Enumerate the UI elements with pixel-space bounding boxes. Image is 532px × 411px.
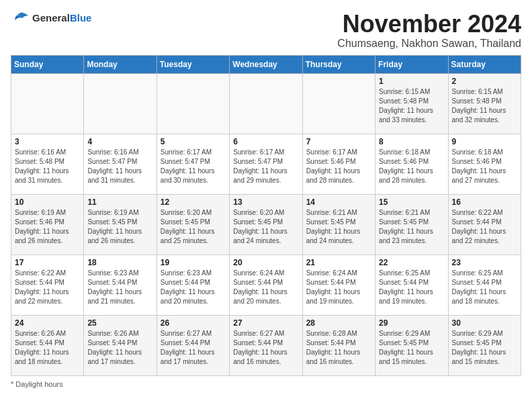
day-info: Sunrise: 6:18 AM Sunset: 5:46 PM Dayligh…: [452, 148, 517, 185]
day-info: Sunrise: 6:26 AM Sunset: 5:44 PM Dayligh…: [87, 329, 152, 367]
calendar-cell: 20Sunrise: 6:24 AM Sunset: 5:44 PM Dayli…: [230, 255, 302, 315]
day-info: Sunrise: 6:27 AM Sunset: 5:44 PM Dayligh…: [233, 329, 298, 367]
month-title: November 2024: [337, 11, 521, 38]
calendar-cell: 6Sunrise: 6:17 AM Sunset: 5:47 PM Daylig…: [230, 134, 302, 194]
day-info: Sunrise: 6:24 AM Sunset: 5:44 PM Dayligh…: [306, 269, 371, 306]
day-info: Sunrise: 6:20 AM Sunset: 5:45 PM Dayligh…: [161, 208, 226, 246]
calendar-cell: [11, 73, 84, 134]
calendar-week-row: 3Sunrise: 6:16 AM Sunset: 5:48 PM Daylig…: [11, 134, 521, 194]
daylight-hours-label: Daylight hours: [15, 380, 62, 388]
calendar-header-wednesday: Wednesday: [230, 55, 302, 73]
calendar-cell: 16Sunrise: 6:22 AM Sunset: 5:44 PM Dayli…: [448, 194, 521, 255]
day-number: 5: [161, 137, 226, 146]
calendar-cell: 21Sunrise: 6:24 AM Sunset: 5:44 PM Dayli…: [302, 255, 375, 315]
day-info: Sunrise: 6:15 AM Sunset: 5:48 PM Dayligh…: [379, 87, 444, 125]
day-number: 26: [161, 318, 226, 328]
calendar-cell: [230, 73, 302, 134]
day-number: 10: [15, 197, 80, 207]
day-number: 25: [87, 318, 152, 328]
day-info: Sunrise: 6:15 AM Sunset: 5:48 PM Dayligh…: [452, 87, 517, 125]
calendar-header-sunday: Sunday: [11, 55, 84, 73]
calendar-week-row: 17Sunrise: 6:22 AM Sunset: 5:44 PM Dayli…: [11, 255, 521, 315]
calendar-cell: [157, 73, 229, 134]
calendar-cell: 8Sunrise: 6:18 AM Sunset: 5:46 PM Daylig…: [375, 134, 448, 194]
calendar-cell: 24Sunrise: 6:26 AM Sunset: 5:44 PM Dayli…: [11, 315, 84, 375]
logo-text: GeneralBlue: [32, 12, 91, 24]
calendar-cell: 3Sunrise: 6:16 AM Sunset: 5:48 PM Daylig…: [11, 134, 84, 194]
day-number: 4: [87, 137, 152, 146]
calendar-week-row: 1Sunrise: 6:15 AM Sunset: 5:48 PM Daylig…: [11, 73, 521, 134]
calendar-cell: 25Sunrise: 6:26 AM Sunset: 5:44 PM Dayli…: [84, 315, 157, 375]
logo-blue: Blue: [70, 12, 92, 24]
day-info: Sunrise: 6:25 AM Sunset: 5:44 PM Dayligh…: [452, 269, 517, 306]
day-info: Sunrise: 6:23 AM Sunset: 5:44 PM Dayligh…: [161, 269, 226, 306]
calendar-cell: 19Sunrise: 6:23 AM Sunset: 5:44 PM Dayli…: [157, 255, 229, 315]
day-info: Sunrise: 6:20 AM Sunset: 5:45 PM Dayligh…: [233, 208, 298, 246]
calendar-cell: 9Sunrise: 6:18 AM Sunset: 5:46 PM Daylig…: [448, 134, 521, 194]
day-number: 20: [233, 258, 298, 267]
calendar-cell: 27Sunrise: 6:27 AM Sunset: 5:44 PM Dayli…: [230, 315, 302, 375]
location-title: Chumsaeng, Nakhon Sawan, Thailand: [337, 38, 521, 50]
day-info: Sunrise: 6:16 AM Sunset: 5:47 PM Dayligh…: [87, 148, 152, 185]
day-number: 24: [15, 318, 80, 328]
calendar-cell: 23Sunrise: 6:25 AM Sunset: 5:44 PM Dayli…: [448, 255, 521, 315]
calendar-cell: 29Sunrise: 6:29 AM Sunset: 5:45 PM Dayli…: [375, 315, 448, 375]
calendar-week-row: 10Sunrise: 6:19 AM Sunset: 5:46 PM Dayli…: [11, 194, 521, 255]
day-info: Sunrise: 6:28 AM Sunset: 5:44 PM Dayligh…: [306, 329, 371, 367]
day-number: 18: [87, 258, 152, 267]
day-number: 21: [306, 258, 371, 267]
day-number: 9: [452, 137, 517, 146]
day-number: 23: [452, 258, 517, 267]
calendar-cell: 7Sunrise: 6:17 AM Sunset: 5:46 PM Daylig…: [302, 134, 375, 194]
calendar-cell: 10Sunrise: 6:19 AM Sunset: 5:46 PM Dayli…: [11, 194, 84, 255]
day-info: Sunrise: 6:22 AM Sunset: 5:44 PM Dayligh…: [452, 208, 517, 246]
day-number: 14: [306, 197, 371, 207]
day-info: Sunrise: 6:29 AM Sunset: 5:45 PM Dayligh…: [379, 329, 444, 367]
calendar-cell: 13Sunrise: 6:20 AM Sunset: 5:45 PM Dayli…: [230, 194, 302, 255]
title-area: November 2024 Chumsaeng, Nakhon Sawan, T…: [337, 11, 521, 50]
logo-bird-icon: [11, 11, 30, 26]
calendar-cell: 5Sunrise: 6:17 AM Sunset: 5:47 PM Daylig…: [157, 134, 229, 194]
logo-general: General: [32, 12, 70, 24]
day-info: Sunrise: 6:21 AM Sunset: 5:45 PM Dayligh…: [379, 208, 444, 246]
page-header: GeneralBlue November 2024 Chumsaeng, Nak…: [11, 11, 521, 50]
calendar-cell: 18Sunrise: 6:23 AM Sunset: 5:44 PM Dayli…: [84, 255, 157, 315]
calendar-cell: 2Sunrise: 6:15 AM Sunset: 5:48 PM Daylig…: [448, 73, 521, 134]
day-number: 28: [306, 318, 371, 328]
calendar-cell: 30Sunrise: 6:29 AM Sunset: 5:45 PM Dayli…: [448, 315, 521, 375]
day-number: 12: [161, 197, 226, 207]
day-info: Sunrise: 6:16 AM Sunset: 5:48 PM Dayligh…: [15, 148, 80, 185]
calendar-header-thursday: Thursday: [302, 55, 375, 73]
calendar-cell: 17Sunrise: 6:22 AM Sunset: 5:44 PM Dayli…: [11, 255, 84, 315]
calendar-cell: 28Sunrise: 6:28 AM Sunset: 5:44 PM Dayli…: [302, 315, 375, 375]
calendar-cell: [84, 73, 157, 134]
calendar-cell: 12Sunrise: 6:20 AM Sunset: 5:45 PM Dayli…: [157, 194, 229, 255]
day-info: Sunrise: 6:26 AM Sunset: 5:44 PM Dayligh…: [15, 329, 80, 367]
calendar-cell: [302, 73, 375, 134]
day-number: 27: [233, 318, 298, 328]
calendar-header-friday: Friday: [375, 55, 448, 73]
day-number: 19: [161, 258, 226, 267]
calendar-header-saturday: Saturday: [448, 55, 521, 73]
calendar-cell: 1Sunrise: 6:15 AM Sunset: 5:48 PM Daylig…: [375, 73, 448, 134]
day-info: Sunrise: 6:19 AM Sunset: 5:45 PM Dayligh…: [87, 208, 152, 246]
calendar-table: SundayMondayTuesdayWednesdayThursdayFrid…: [11, 55, 521, 376]
calendar-header-tuesday: Tuesday: [157, 55, 229, 73]
day-number: 2: [452, 77, 517, 86]
calendar-cell: 14Sunrise: 6:21 AM Sunset: 5:45 PM Dayli…: [302, 194, 375, 255]
calendar-header-row: SundayMondayTuesdayWednesdayThursdayFrid…: [11, 55, 521, 73]
day-info: Sunrise: 6:22 AM Sunset: 5:44 PM Dayligh…: [15, 269, 80, 306]
day-info: Sunrise: 6:19 AM Sunset: 5:46 PM Dayligh…: [15, 208, 80, 246]
day-info: Sunrise: 6:18 AM Sunset: 5:46 PM Dayligh…: [379, 148, 444, 185]
day-info: Sunrise: 6:17 AM Sunset: 5:47 PM Dayligh…: [233, 148, 298, 185]
day-number: 7: [306, 137, 371, 146]
day-number: 8: [379, 137, 444, 146]
day-info: Sunrise: 6:17 AM Sunset: 5:46 PM Dayligh…: [306, 148, 371, 185]
day-number: 3: [15, 137, 80, 146]
logo: GeneralBlue: [11, 11, 91, 26]
day-info: Sunrise: 6:25 AM Sunset: 5:44 PM Dayligh…: [379, 269, 444, 306]
day-number: 16: [452, 197, 517, 207]
day-number: 30: [452, 318, 517, 328]
day-number: 29: [379, 318, 444, 328]
day-info: Sunrise: 6:24 AM Sunset: 5:44 PM Dayligh…: [233, 269, 298, 306]
